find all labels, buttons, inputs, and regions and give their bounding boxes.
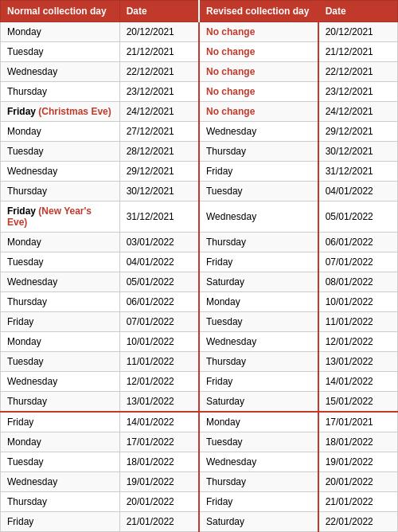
normal-date-cell: 13/01/2022 <box>119 392 199 413</box>
normal-date-cell: 07/01/2022 <box>119 312 199 332</box>
revised-date-cell: 07/01/2022 <box>318 252 398 272</box>
normal-date-cell: 11/01/2022 <box>119 352 199 372</box>
normal-day-cell: Tuesday <box>1 252 120 272</box>
revised-date-cell: 14/01/2022 <box>318 372 398 392</box>
normal-date-cell: 23/12/2021 <box>119 82 199 102</box>
revised-date-cell: 20/01/2022 <box>318 472 398 492</box>
revised-date-cell: 15/01/2022 <box>318 392 398 413</box>
revised-day-cell: No change <box>199 82 318 102</box>
normal-day-cell: Tuesday <box>1 42 120 62</box>
revised-day-cell: Friday <box>199 252 318 272</box>
revised-day-cell: Wednesday <box>199 332 318 352</box>
normal-day-cell: Wednesday <box>1 372 120 392</box>
revised-date-cell: 04/01/2022 <box>318 182 398 201</box>
normal-day-cell: Friday (New Year's Eve) <box>1 201 120 233</box>
normal-date-cell: 20/01/2022 <box>119 492 199 512</box>
normal-day-cell: Tuesday <box>1 452 120 472</box>
revised-day-cell: Saturday <box>199 272 318 292</box>
revised-day-cell: No change <box>199 62 318 82</box>
normal-day-cell: Friday <box>1 312 120 332</box>
normal-day-cell: Monday <box>1 233 120 252</box>
revised-day-cell: Friday <box>199 492 318 512</box>
revised-date-cell: 17/01/2021 <box>318 412 398 432</box>
revised-date-cell: 08/01/2022 <box>318 272 398 292</box>
normal-day-cell: Tuesday <box>1 352 120 372</box>
normal-day-cell: Tuesday <box>1 142 120 162</box>
normal-date-cell: 18/01/2022 <box>119 452 199 472</box>
normal-date-cell: 28/12/2021 <box>119 142 199 162</box>
revised-date-cell: 18/01/2022 <box>318 432 398 452</box>
normal-date-cell: 24/12/2021 <box>119 102 199 122</box>
revised-day-cell: Saturday <box>199 512 318 532</box>
header-revised-day: Revised collection day <box>199 1 318 22</box>
normal-date-cell: 31/12/2021 <box>119 201 199 233</box>
revised-date-cell: 06/01/2022 <box>318 233 398 252</box>
normal-date-cell: 05/01/2022 <box>119 272 199 292</box>
revised-date-cell: 29/12/2021 <box>318 122 398 142</box>
revised-day-cell: Tuesday <box>199 182 318 201</box>
normal-date-cell: 22/12/2021 <box>119 62 199 82</box>
revised-day-cell: No change <box>199 22 318 42</box>
revised-date-cell: 24/12/2021 <box>318 102 398 122</box>
revised-date-cell: 21/01/2022 <box>318 492 398 512</box>
normal-day-cell: Monday <box>1 22 120 42</box>
revised-date-cell: 13/01/2022 <box>318 352 398 372</box>
revised-date-cell: 05/01/2022 <box>318 201 398 233</box>
normal-day-cell: Thursday <box>1 182 120 201</box>
revised-day-cell: Wednesday <box>199 122 318 142</box>
revised-day-cell: Wednesday <box>199 452 318 472</box>
normal-date-cell: 21/12/2021 <box>119 42 199 62</box>
revised-date-cell: 20/12/2021 <box>318 22 398 42</box>
normal-day-cell: Thursday <box>1 392 120 413</box>
revised-day-cell: Thursday <box>199 142 318 162</box>
revised-day-cell: Saturday <box>199 392 318 413</box>
revised-day-cell: Thursday <box>199 233 318 252</box>
normal-date-cell: 20/12/2021 <box>119 22 199 42</box>
revised-date-cell: 11/01/2022 <box>318 312 398 332</box>
revised-date-cell: 22/01/2022 <box>318 512 398 532</box>
revised-day-cell: Friday <box>199 162 318 182</box>
normal-date-cell: 14/01/2022 <box>119 412 199 432</box>
normal-day-cell: Thursday <box>1 292 120 312</box>
revised-day-cell: Monday <box>199 412 318 432</box>
revised-date-cell: 10/01/2022 <box>318 292 398 312</box>
normal-date-cell: 17/01/2022 <box>119 432 199 452</box>
normal-date-cell: 12/01/2022 <box>119 372 199 392</box>
normal-day-cell: Monday <box>1 332 120 352</box>
header-revised-date: Date <box>318 1 398 22</box>
normal-date-cell: 30/12/2021 <box>119 182 199 201</box>
revised-date-cell: 23/12/2021 <box>318 82 398 102</box>
normal-date-cell: 27/12/2021 <box>119 122 199 142</box>
normal-date-cell: 04/01/2022 <box>119 252 199 272</box>
normal-date-cell: 10/01/2022 <box>119 332 199 352</box>
revised-date-cell: 21/12/2021 <box>318 42 398 62</box>
revised-day-cell: Friday <box>199 372 318 392</box>
normal-day-cell: Friday (Christmas Eve) <box>1 102 120 122</box>
revised-day-cell: Tuesday <box>199 432 318 452</box>
revised-date-cell: 22/12/2021 <box>318 62 398 82</box>
normal-date-cell: 06/01/2022 <box>119 292 199 312</box>
normal-date-cell: 19/01/2022 <box>119 472 199 492</box>
revised-date-cell: 19/01/2022 <box>318 452 398 472</box>
header-normal-day: Normal collection day <box>1 1 120 22</box>
normal-day-cell: Wednesday <box>1 62 120 82</box>
normal-day-cell: Wednesday <box>1 472 120 492</box>
revised-day-cell: Thursday <box>199 472 318 492</box>
header-normal-date: Date <box>119 1 199 22</box>
collection-schedule-table: Normal collection day Date Revised colle… <box>0 0 398 532</box>
normal-date-cell: 03/01/2022 <box>119 233 199 252</box>
revised-day-cell: Thursday <box>199 352 318 372</box>
normal-day-cell: Friday <box>1 412 120 432</box>
revised-day-cell: No change <box>199 42 318 62</box>
normal-day-cell: Wednesday <box>1 162 120 182</box>
revised-date-cell: 30/12/2021 <box>318 142 398 162</box>
normal-date-cell: 29/12/2021 <box>119 162 199 182</box>
revised-day-cell: Monday <box>199 292 318 312</box>
normal-date-cell: 21/01/2022 <box>119 512 199 532</box>
normal-day-cell: Thursday <box>1 492 120 512</box>
revised-date-cell: 12/01/2022 <box>318 332 398 352</box>
revised-day-cell: Wednesday <box>199 201 318 233</box>
normal-day-cell: Friday <box>1 512 120 532</box>
revised-day-cell: Tuesday <box>199 312 318 332</box>
normal-day-cell: Monday <box>1 122 120 142</box>
